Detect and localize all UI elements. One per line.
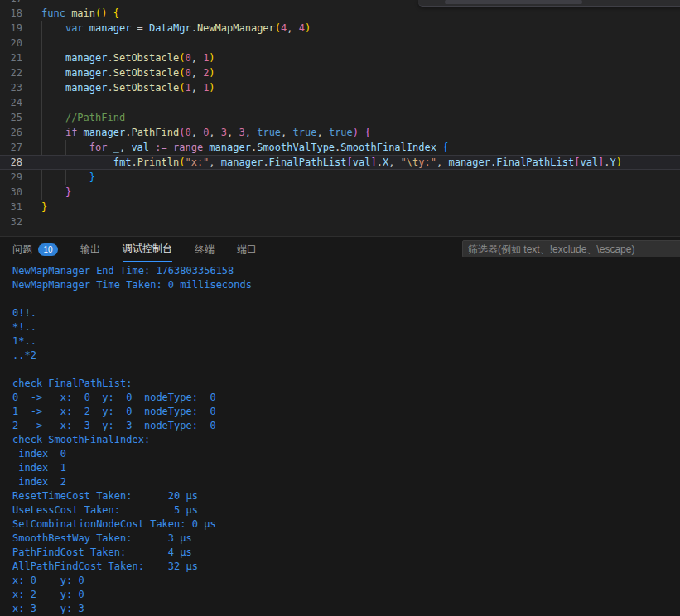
tab-debug-console[interactable]: 调试控制台: [123, 237, 172, 262]
code-line-text: }: [41, 185, 71, 200]
console-line: SmoothBestWay Taken: 3 µs: [12, 532, 680, 546]
code-line[interactable]: 21 manager.SetObstacle(0, 1): [0, 51, 680, 65]
console-line: 0!!.: [12, 306, 680, 320]
tab-label: 问题: [12, 243, 32, 257]
console-line: check FinalPathList:: [12, 377, 680, 391]
console-line: index 0: [12, 447, 680, 461]
tab-label: 终端: [195, 243, 215, 257]
line-number[interactable]: 27: [0, 140, 22, 155]
tab-label: 输出: [80, 243, 100, 257]
tab-problems[interactable]: 问题10: [12, 238, 58, 262]
code-line-text: for _, val := range manager.SmoothValTyp…: [41, 140, 448, 155]
console-line: 0 -> x: 0 y: 0 nodeType: 0: [12, 391, 680, 405]
line-number[interactable]: 21: [0, 51, 22, 65]
console-line: *!..: [12, 320, 680, 334]
console-line: NewMapManager End Time: 1763803356158: [12, 264, 680, 278]
line-number[interactable]: 25: [0, 110, 22, 125]
line-number[interactable]: 20: [0, 36, 22, 51]
code-line[interactable]: 28 fmt.Println("x:", manager.FinalPathLi…: [0, 155, 680, 170]
code-line-text: manager.SetObstacle(0, 2): [41, 65, 215, 80]
tab-label: 端口: [237, 243, 257, 257]
code-line[interactable]: 31}: [0, 200, 680, 214]
code-line[interactable]: 29 }: [0, 170, 680, 185]
line-number[interactable]: 22: [0, 65, 22, 80]
line-number[interactable]: 31: [0, 200, 22, 214]
code-editor[interactable]: 1718func main() {19 var manager = DataMg…: [0, 0, 680, 236]
line-number[interactable]: 29: [0, 170, 22, 185]
console-line: x: 0 y: 0: [12, 574, 680, 588]
console-line: 1 -> x: 2 y: 0 nodeType: 0: [12, 405, 680, 419]
line-number[interactable]: 23: [0, 80, 22, 95]
code-line[interactable]: 32: [0, 214, 680, 229]
code-line-text: fmt.Println("x:", manager.FinalPathList[…: [41, 155, 622, 170]
console-line: AllPathFindCost Taken: 32 µs: [12, 560, 680, 574]
tab-ports[interactable]: 端口: [237, 238, 257, 262]
code-line[interactable]: 27 for _, val := range manager.SmoothVal…: [0, 140, 680, 155]
code-line[interactable]: 25 //PathFind: [0, 110, 680, 125]
debug-console-lines: NewMapManager Start Time: 1763803356158N…: [0, 262, 680, 616]
console-line: SetCombinationNodeCost Taken: 0 µs: [12, 517, 680, 532]
console-line: x: 3 y: 3: [12, 602, 680, 616]
line-number[interactable]: 18: [0, 6, 22, 21]
line-number[interactable]: 32: [0, 214, 22, 229]
line-number[interactable]: 26: [0, 125, 22, 140]
console-line: [12, 292, 680, 306]
console-filter-input[interactable]: [462, 240, 680, 257]
console-line: x: 2 y: 0: [12, 588, 680, 602]
code-line-text: func main() {: [41, 6, 119, 21]
debug-console-output[interactable]: NewMapManager Start Time: 1763803356158N…: [0, 262, 680, 616]
bottom-panel: 问题10输出调试控制台终端端口 NewMapManager Start Time…: [0, 236, 680, 616]
code-line[interactable]: 26 if manager.PathFind(0, 0, 3, 3, true,…: [0, 125, 680, 140]
code-line-text: if manager.PathFind(0, 0, 3, 3, true, tr…: [41, 125, 371, 140]
console-line: ..*2: [12, 349, 680, 363]
vscode-window: 1718func main() {19 var manager = DataMg…: [0, 0, 680, 616]
console-line: UseLessCost Taken: 5 µs: [12, 503, 680, 517]
console-line: index 1: [12, 461, 680, 475]
problems-count-badge: 10: [38, 243, 58, 256]
console-line: [12, 363, 680, 377]
console-line: NewMapManager Time Taken: 0 milliseconds: [12, 278, 680, 292]
console-line: PathFindCost Taken: 4 µs: [12, 546, 680, 560]
code-line[interactable]: 24: [0, 95, 680, 110]
code-line[interactable]: 19 var manager = DataMgr.NewMapManager(4…: [0, 21, 680, 36]
line-number[interactable]: 28: [0, 155, 22, 170]
code-line-text: var manager = DataMgr.NewMapManager(4, 4…: [41, 21, 311, 36]
code-line-text: }: [41, 200, 47, 214]
line-number[interactable]: 30: [0, 185, 22, 200]
code-line-text: manager.SetObstacle(0, 1): [41, 51, 215, 65]
line-number[interactable]: 24: [0, 95, 22, 110]
code-line-text: manager.SetObstacle(1, 1): [41, 80, 215, 95]
panel-tab-bar: 问题10输出调试控制台终端端口: [0, 237, 680, 262]
code-line[interactable]: 30 }: [0, 185, 680, 200]
code-lines: 1718func main() {19 var manager = DataMg…: [0, 0, 680, 229]
console-line: 1*..: [12, 334, 680, 349]
line-number[interactable]: 17: [0, 0, 22, 6]
code-line[interactable]: 18func main() {: [0, 6, 680, 21]
code-line-text: }: [41, 170, 95, 185]
code-line[interactable]: 17: [0, 0, 680, 6]
console-line: index 2: [12, 475, 680, 489]
tab-label: 调试控制台: [123, 242, 172, 256]
code-line[interactable]: 20: [0, 36, 680, 51]
console-line: 2 -> x: 3 y: 3 nodeType: 0: [12, 419, 680, 433]
line-number[interactable]: 19: [0, 21, 22, 36]
tab-terminal[interactable]: 终端: [195, 238, 215, 262]
code-line-text: //PathFind: [41, 110, 125, 125]
tab-output[interactable]: 输出: [80, 238, 100, 262]
code-line[interactable]: 22 manager.SetObstacle(0, 2): [0, 65, 680, 80]
code-line[interactable]: 23 manager.SetObstacle(1, 1): [0, 80, 680, 95]
console-line: check SmoothFinalIndex:: [12, 433, 680, 447]
console-line: ResetTimeCost Taken: 20 µs: [12, 489, 680, 503]
